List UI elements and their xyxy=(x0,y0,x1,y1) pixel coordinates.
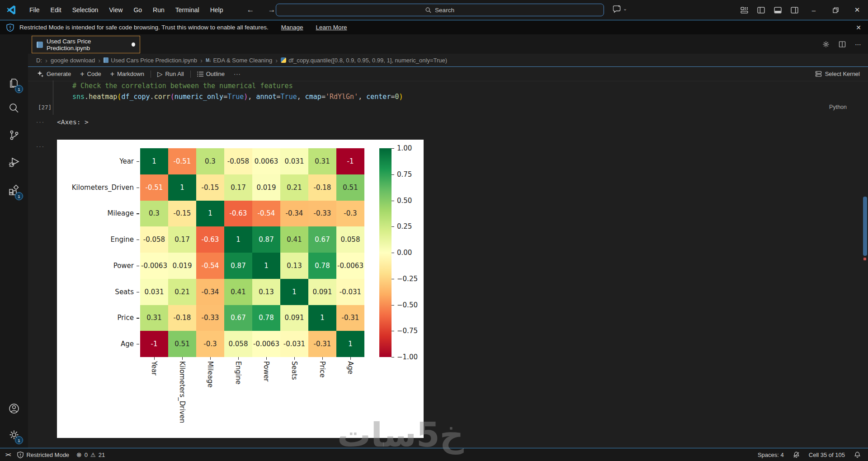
code-cell[interactable]: # Check the correlation between the nume… xyxy=(53,80,862,115)
source-control-icon[interactable] xyxy=(8,129,20,141)
add-code-cell-button[interactable]: + Code xyxy=(75,67,105,81)
split-editor-icon[interactable] xyxy=(839,41,846,48)
colorbar-tick xyxy=(392,148,394,149)
breadcrumb-item[interactable]: google download xyxy=(51,57,95,64)
breadcrumb-item[interactable]: EDA & Some Cleaning xyxy=(213,57,272,64)
vscode-window: FileEditSelectionViewGoRunTerminalHelp ←… xyxy=(0,0,868,461)
toggle-sidebar-icon[interactable] xyxy=(753,0,769,20)
indentation-status[interactable]: Spaces: 4 xyxy=(758,452,784,458)
menu-go[interactable]: Go xyxy=(128,0,147,20)
run-debug-icon[interactable] xyxy=(8,156,20,168)
toolbar-more-icon[interactable]: ··· xyxy=(229,67,245,81)
output-menu-icon[interactable]: ··· xyxy=(36,118,45,125)
menu-help[interactable]: Help xyxy=(205,0,229,20)
colorbar-tick xyxy=(392,201,394,201)
run-all-button[interactable]: ▷ Run All xyxy=(153,67,189,81)
remote-indicator-icon[interactable]: >< xyxy=(5,452,10,458)
toggle-secondary-sidebar-icon[interactable] xyxy=(786,0,803,20)
menu-file[interactable]: File xyxy=(24,0,45,20)
toggle-panel-icon[interactable] xyxy=(769,0,786,20)
heatmap-cell: -0.15 xyxy=(196,174,224,201)
heatmap-cell: -0.34 xyxy=(196,279,224,305)
menu-selection[interactable]: Selection xyxy=(67,0,104,20)
code-line[interactable]: sns.heatmap(df_copy.corr(numeric_only=Tr… xyxy=(72,91,862,102)
output-menu-icon[interactable]: ··· xyxy=(36,143,45,150)
copilot-button[interactable]: ⌄ xyxy=(613,5,627,13)
bell-slash-icon[interactable] xyxy=(793,452,800,458)
heatmap-cell: 0.78 xyxy=(252,305,280,331)
titlebar-controls: – ✕ xyxy=(736,0,868,20)
chevron-down-icon: ⌄ xyxy=(623,6,627,12)
heatmap-row-label: Seats xyxy=(57,279,134,305)
menu-run[interactable]: Run xyxy=(147,0,170,20)
accounts-icon[interactable] xyxy=(8,403,20,414)
more-actions-icon[interactable]: ⋯ xyxy=(855,41,862,48)
breadcrumb-item[interactable]: D: xyxy=(36,57,42,64)
close-window-button[interactable]: ✕ xyxy=(846,0,868,20)
notebook-settings-gear-icon[interactable] xyxy=(822,41,830,48)
learn-more-link[interactable]: Learn More xyxy=(316,24,347,31)
breadcrumb: D:›google download›Used Cars Price Predi… xyxy=(28,54,868,66)
heatmap-cell: 0.51 xyxy=(336,174,364,201)
select-kernel-button[interactable]: Select Kernel xyxy=(815,71,868,77)
cell-position-status[interactable]: Cell 35 of 105 xyxy=(809,452,845,458)
editor-scrollbar-thumb[interactable] xyxy=(863,197,867,256)
heatmap-cell: 1 xyxy=(280,279,308,305)
banner-close-icon[interactable]: ✕ xyxy=(856,20,861,34)
restore-button[interactable] xyxy=(825,0,846,20)
axis-tick xyxy=(182,357,183,360)
heatmap-cell: 1 xyxy=(196,201,224,227)
search-icon xyxy=(425,7,431,13)
add-markdown-cell-button[interactable]: + Markdown xyxy=(106,67,149,81)
restricted-mode-label: Restricted Mode xyxy=(26,452,69,458)
axis-tick xyxy=(137,213,139,214)
heatmap-cell: -0.31 xyxy=(308,331,336,357)
back-arrow-icon[interactable]: ← xyxy=(246,5,254,14)
outline-label: Outline xyxy=(206,71,225,77)
outline-button[interactable]: Outline xyxy=(193,67,229,81)
breadcrumb-item[interactable]: Used Cars Price Prediction.ipynb xyxy=(111,57,197,64)
heatmap-cell: -0.3 xyxy=(196,331,224,357)
search-sidebar-icon[interactable] xyxy=(8,102,20,114)
heatmap-cell: -0.33 xyxy=(196,305,224,331)
problems-status[interactable]: ⊗ 0 ⚠ 21 xyxy=(76,451,105,458)
restricted-mode-status[interactable]: Restricted Mode xyxy=(17,452,69,458)
minimize-button[interactable]: – xyxy=(803,0,825,20)
code-label: Code xyxy=(87,71,101,77)
cell-language-picker[interactable]: Python xyxy=(829,104,847,110)
heatmap-col-label: Year xyxy=(140,361,168,376)
axis-tick xyxy=(154,357,155,360)
code-line[interactable]: # Check the correlation between the nume… xyxy=(72,80,862,91)
tab-bar: Used Cars Price Prediction.ipynb xyxy=(28,34,868,54)
overview-ruler-mark xyxy=(863,258,866,260)
select-kernel-label: Select Kernel xyxy=(825,71,860,77)
customize-layout-icon[interactable] xyxy=(736,0,753,20)
markdown-label: Markdown xyxy=(117,71,144,77)
heatmap-cell: 0.87 xyxy=(252,226,280,253)
forward-arrow-icon[interactable]: → xyxy=(268,5,275,14)
tab-used-cars-notebook[interactable]: Used Cars Price Prediction.ipynb xyxy=(32,36,140,53)
heatmap-col-label: Engine xyxy=(224,361,252,384)
axis-tick xyxy=(322,357,323,360)
heatmap-cell: 1 xyxy=(308,305,336,331)
manage-link[interactable]: Manage xyxy=(281,24,303,31)
heatmap-cell: 0.091 xyxy=(308,279,336,305)
command-center-search[interactable]: Search xyxy=(276,4,604,16)
unsaved-dot-icon[interactable] xyxy=(132,42,135,47)
menu-terminal[interactable]: Terminal xyxy=(170,0,205,20)
errors-icon: ⊗ xyxy=(76,451,82,458)
outline-list-icon xyxy=(197,71,203,77)
notifications-bell-icon[interactable] xyxy=(854,452,861,458)
heatmap-row-label: Year xyxy=(57,148,134,174)
execution-count: [27] xyxy=(38,104,52,111)
menu-edit[interactable]: Edit xyxy=(45,0,67,20)
breadcrumb-item[interactable]: df_copy.quantile([0.8, 0.9, 0.95, 0.99, … xyxy=(288,57,447,64)
notebook-file-icon xyxy=(37,42,43,48)
colorbar-tick xyxy=(392,174,394,175)
heatmap-col-label: Price xyxy=(308,361,336,378)
heatmap-col-label: Power xyxy=(252,361,280,381)
heatmap-row-label: Age xyxy=(57,331,134,357)
generate-button[interactable]: Generate xyxy=(33,67,75,81)
menu-view[interactable]: View xyxy=(104,0,128,20)
heatmap-cell: 1 xyxy=(252,253,280,279)
